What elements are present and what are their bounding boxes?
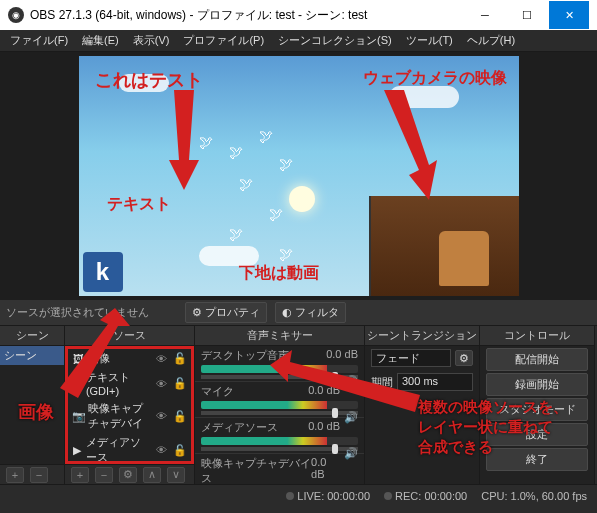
exit-button[interactable]: 終了 xyxy=(486,448,588,471)
annotation-image: 画像 xyxy=(18,400,54,424)
preview-canvas[interactable]: 🕊 🕊 🕊 🕊 🕊 🕊 🕊 🕊 これはテスト テキスト ウェブカメラの映像 下地… xyxy=(79,56,519,296)
start-stream-button[interactable]: 配信開始 xyxy=(486,348,588,371)
source-item[interactable]: ▶メディアソース👁🔓 xyxy=(68,433,191,464)
camera-icon: 📷 xyxy=(72,410,84,423)
eye-icon[interactable]: 👁 xyxy=(156,353,167,365)
annotation-multi1: 複数の映像ソースを、 xyxy=(418,398,568,417)
controls-header: コントロール xyxy=(480,326,594,346)
menu-tools[interactable]: ツール(T) xyxy=(400,31,459,50)
volume-slider[interactable]: 🔊 xyxy=(201,447,358,451)
source-settings-button[interactable]: ⚙ xyxy=(119,467,137,483)
overlay-webcam-label: ウェブカメラの映像 xyxy=(363,68,507,89)
overlay-text-label: テキスト xyxy=(107,194,171,215)
mixer-track: メディアソース0.0 dB 🔊 xyxy=(195,418,364,454)
scene-item[interactable]: シーン xyxy=(0,346,64,365)
gear-icon: ⚙ xyxy=(192,306,202,319)
start-record-button[interactable]: 録画開始 xyxy=(486,373,588,396)
menubar: ファイル(F) 編集(E) 表示(V) プロファイル(P) シーンコレクション(… xyxy=(0,30,597,52)
preview-area[interactable]: 🕊 🕊 🕊 🕊 🕊 🕊 🕊 🕊 これはテスト テキスト ウェブカメラの映像 下地… xyxy=(0,52,597,300)
move-up-button[interactable]: ∧ xyxy=(143,467,161,483)
statusbar: LIVE: 00:00:00 REC: 00:00:00 CPU: 1.0%, … xyxy=(0,484,597,506)
overlay-base-video: 下地は動画 xyxy=(239,263,319,284)
filters-button[interactable]: ◐フィルタ xyxy=(275,302,346,323)
obs-icon: ◉ xyxy=(8,7,24,23)
annotation-multi3: 合成できる xyxy=(418,438,493,457)
add-source-button[interactable]: + xyxy=(71,467,89,483)
k-logo: k xyxy=(83,252,123,292)
close-button[interactable]: ✕ xyxy=(549,1,589,29)
lock-icon[interactable]: 🔓 xyxy=(173,352,187,365)
overlay-test-text: これはテスト xyxy=(95,68,203,92)
window-title: OBS 27.1.3 (64-bit, windows) - プロファイル: t… xyxy=(30,7,465,24)
move-down-button[interactable]: ∨ xyxy=(167,467,185,483)
lock-icon[interactable]: 🔓 xyxy=(173,444,187,457)
svg-marker-1 xyxy=(384,90,437,200)
scenes-header: シーン xyxy=(0,326,64,346)
remove-source-button[interactable]: − xyxy=(95,467,113,483)
speaker-icon[interactable]: 🔊 xyxy=(344,447,358,460)
live-status: LIVE: 00:00:00 xyxy=(286,490,370,502)
lock-icon[interactable]: 🔓 xyxy=(173,410,187,423)
eye-icon[interactable]: 👁 xyxy=(156,410,167,422)
maximize-button[interactable]: ☐ xyxy=(507,1,547,29)
add-scene-button[interactable]: + xyxy=(6,467,24,483)
mixer-track: 映像キャプチャデバイス0.0 dB 🔊 xyxy=(195,454,364,484)
filter-icon: ◐ xyxy=(282,306,292,319)
titlebar: ◉ OBS 27.1.3 (64-bit, windows) - プロファイル:… xyxy=(0,0,597,30)
properties-button[interactable]: ⚙プロパティ xyxy=(185,302,267,323)
minimize-button[interactable]: ─ xyxy=(465,1,505,29)
menu-view[interactable]: 表示(V) xyxy=(127,31,176,50)
remove-scene-button[interactable]: − xyxy=(30,467,48,483)
annotation-multi2: レイヤー状に重ねて xyxy=(418,418,553,437)
webcam-overlay xyxy=(369,196,519,296)
svg-marker-0 xyxy=(169,90,199,190)
lock-icon[interactable]: 🔓 xyxy=(173,377,187,390)
sun-graphic xyxy=(289,186,315,212)
menu-help[interactable]: ヘルプ(H) xyxy=(461,31,521,50)
source-item[interactable]: 📷映像キャプチャデバイ👁🔓 xyxy=(68,399,191,433)
eye-icon[interactable]: 👁 xyxy=(156,444,167,456)
transition-settings-button[interactable]: ⚙ xyxy=(455,350,473,366)
svg-marker-2 xyxy=(60,308,130,398)
svg-marker-3 xyxy=(270,350,420,412)
transition-header: シーントランジション xyxy=(365,326,479,346)
menu-profile[interactable]: プロファイル(P) xyxy=(177,31,270,50)
eye-icon[interactable]: 👁 xyxy=(156,378,167,390)
menu-file[interactable]: ファイル(F) xyxy=(4,31,74,50)
media-icon: ▶ xyxy=(72,444,82,457)
menu-edit[interactable]: 編集(E) xyxy=(76,31,125,50)
cpu-status: CPU: 1.0%, 60.00 fps xyxy=(481,490,587,502)
rec-status: REC: 00:00:00 xyxy=(384,490,467,502)
mixer-header: 音声ミキサー xyxy=(195,326,364,346)
menu-scene-collection[interactable]: シーンコレクション(S) xyxy=(272,31,398,50)
